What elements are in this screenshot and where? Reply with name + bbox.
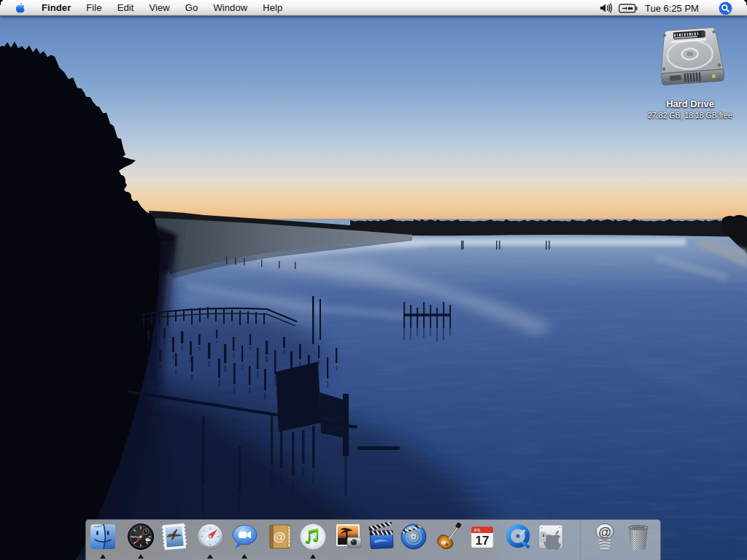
svg-text:17: 17 [476, 534, 489, 548]
svg-text:@: @ [598, 525, 611, 540]
svg-text:JUL: JUL [473, 528, 481, 532]
svg-text:@: @ [274, 530, 286, 544]
